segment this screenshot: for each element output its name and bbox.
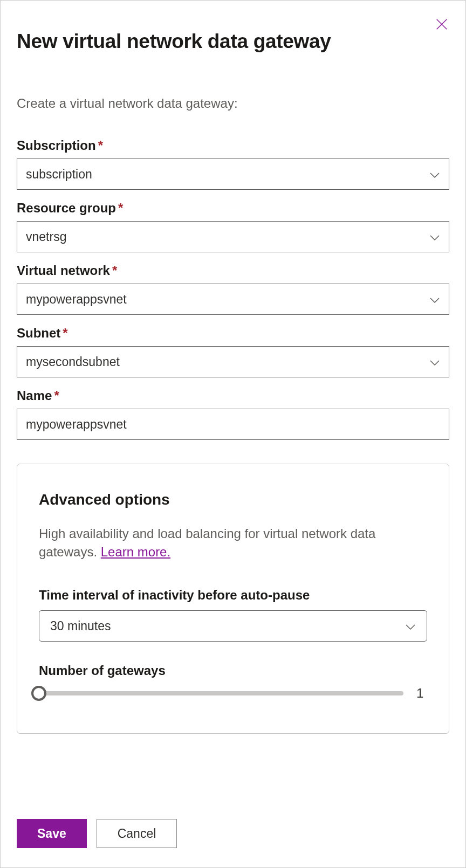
subnet-dropdown[interactable]: mysecondsubnet	[17, 346, 449, 377]
resource-group-dropdown[interactable]: vnetrsg	[17, 221, 449, 252]
subnet-label-text: Subnet	[17, 326, 60, 340]
time-interval-value: 30 minutes	[50, 619, 111, 633]
resource-group-label: Resource group*	[17, 201, 449, 216]
dialog-subtitle: Create a virtual network data gateway:	[17, 96, 449, 111]
number-of-gateways-label: Number of gateways	[39, 663, 427, 678]
subnet-label: Subnet*	[17, 326, 449, 341]
subscription-label-text: Subscription	[17, 138, 96, 153]
advanced-options-description: High availability and load balancing for…	[39, 525, 427, 561]
chevron-down-icon	[429, 167, 440, 182]
name-label-text: Name	[17, 388, 52, 403]
cancel-button[interactable]: Cancel	[97, 819, 177, 848]
subnet-value: mysecondsubnet	[26, 355, 120, 369]
required-marker: *	[118, 201, 123, 215]
gateways-value: 1	[416, 686, 427, 701]
required-marker: *	[54, 388, 59, 403]
virtual-network-value: mypowerappsvnet	[26, 292, 127, 307]
chevron-down-icon	[405, 619, 416, 633]
advanced-desc-text: High availability and load balancing for…	[39, 526, 375, 559]
virtual-network-dropdown[interactable]: mypowerappsvnet	[17, 284, 449, 315]
close-button[interactable]	[434, 17, 449, 34]
slider-thumb[interactable]	[31, 686, 46, 701]
virtual-network-label: Virtual network*	[17, 263, 449, 278]
learn-more-link[interactable]: Learn more.	[101, 545, 170, 559]
resource-group-value: vnetrsg	[26, 230, 66, 244]
chevron-down-icon	[429, 230, 440, 244]
name-input[interactable]	[17, 409, 449, 440]
time-interval-dropdown[interactable]: 30 minutes	[39, 610, 427, 642]
subscription-value: subscription	[26, 167, 92, 182]
save-button[interactable]: Save	[17, 819, 87, 848]
required-marker: *	[98, 138, 103, 153]
time-interval-label: Time interval of inactivity before auto-…	[39, 588, 427, 603]
dialog-title: New virtual network data gateway	[17, 30, 449, 53]
advanced-options-title: Advanced options	[39, 491, 427, 508]
required-marker: *	[63, 326, 67, 340]
gateways-slider[interactable]	[39, 691, 403, 695]
resource-group-label-text: Resource group	[17, 201, 116, 215]
chevron-down-icon	[429, 292, 440, 307]
dialog-footer: Save Cancel	[17, 819, 177, 848]
virtual-network-label-text: Virtual network	[17, 263, 110, 278]
chevron-down-icon	[429, 355, 440, 369]
close-icon	[434, 24, 449, 33]
subscription-dropdown[interactable]: subscription	[17, 159, 449, 190]
advanced-options-section: Advanced options High availability and l…	[17, 464, 449, 734]
name-label: Name*	[17, 388, 449, 403]
required-marker: *	[112, 263, 117, 278]
subscription-label: Subscription*	[17, 138, 449, 153]
